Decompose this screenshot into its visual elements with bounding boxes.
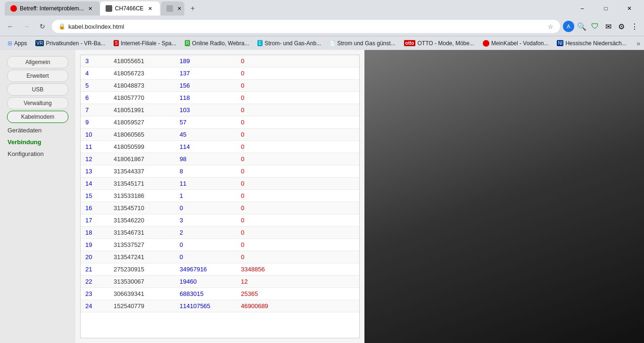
url-text: kabel.box/index.html xyxy=(68,23,545,30)
ext-icon-shield[interactable]: 🛡 xyxy=(589,21,601,32)
cell-col4: 0 xyxy=(236,165,359,178)
cell-col2: 418056723 xyxy=(109,67,175,80)
cell-col3: 114 xyxy=(175,141,236,153)
cell-col2: 306639341 xyxy=(109,288,175,300)
cell-col3: 98 xyxy=(175,153,236,165)
cell-col4: 3348856 xyxy=(236,263,359,276)
table-row: 2031354724100 xyxy=(81,251,359,263)
bookmark-radio[interactable]: R Online Radio, Webra... xyxy=(181,38,253,49)
tab-ch7466ce[interactable]: CH7466CE ✕ xyxy=(100,1,160,16)
cell-col2: 152540779 xyxy=(109,300,175,312)
bookmark-apps[interactable]: ⊞ Apps xyxy=(4,38,31,49)
cell-col3: 156 xyxy=(175,80,236,92)
cell-col4: 0 xyxy=(236,129,359,141)
bookmark-sparkasse[interactable]: S Internet-Filiale - Spa... xyxy=(110,38,180,49)
sidebar-button-allgemein[interactable]: Allgemein xyxy=(7,56,68,68)
bookmark-otto[interactable]: otto OTTO - Mode, Möbe... xyxy=(400,38,478,49)
maximize-button[interactable]: □ xyxy=(595,1,617,16)
cell-col1: 13 xyxy=(81,165,109,178)
content-area: Allgemein Erweitert USB Verwaltung Kabel… xyxy=(0,50,644,343)
bookmark-meinkabel[interactable]: MeinKabel - Vodafon... xyxy=(479,38,552,49)
bookmark-strom[interactable]: E Strom- und Gas-Anb... xyxy=(254,38,325,49)
cell-col1: 21 xyxy=(81,263,109,276)
data-table: 3418055651189044180567231370541804887315… xyxy=(81,55,359,312)
window-controls: – □ ✕ xyxy=(571,1,640,16)
table-row: 44180567231370 xyxy=(81,67,359,80)
tab3-close[interactable]: ✕ xyxy=(176,5,183,12)
table-row: 34180556511890 xyxy=(81,55,359,67)
tab-betreff[interactable]: Betreff: Internetproblem... ✕ xyxy=(5,1,100,16)
sidebar-button-kabelmodem[interactable]: Kabelmodem xyxy=(7,111,68,123)
bookmark-meinkabel-label: MeinKabel - Vodafon... xyxy=(491,40,548,47)
sidebar-button-verwaltung[interactable]: Verwaltung xyxy=(7,97,68,109)
cell-col2: 418059527 xyxy=(109,116,175,129)
forward-button[interactable]: → xyxy=(20,20,33,33)
bookmark-strom2[interactable]: 📄 Strom und Gas günst... xyxy=(326,38,399,49)
tab3-favicon xyxy=(166,5,173,12)
cell-col1: 7 xyxy=(81,104,109,116)
sidebar-link-konfiguration[interactable]: Konfiguration xyxy=(0,148,75,160)
main-content: 3418055651189044180567231370541804887315… xyxy=(75,50,364,343)
cell-col3: 8 xyxy=(175,165,236,178)
cell-col3: 57 xyxy=(175,116,236,129)
cell-col4: 0 xyxy=(236,104,359,116)
cell-col2: 418055651 xyxy=(109,55,175,67)
cell-col1: 6 xyxy=(81,92,109,104)
ext-icon-1[interactable]: 🔍 xyxy=(576,21,587,32)
table-row: 1331354433780 xyxy=(81,165,359,178)
bookmark-spa-label: Internet-Filiale - Spa... xyxy=(121,40,176,47)
title-bar: Betreff: Internetproblem... ✕ CH7466CE ✕… xyxy=(0,0,644,17)
url-bar[interactable]: 🔒 kabel.box/index.html ☆ xyxy=(52,20,560,33)
table-row: 1931353752700 xyxy=(81,239,359,251)
cell-col4: 0 xyxy=(236,251,359,263)
table-row: 1631354571000 xyxy=(81,202,359,214)
tab2-close[interactable]: ✕ xyxy=(147,5,154,12)
minimize-button[interactable]: – xyxy=(571,1,593,16)
cell-col3: 103 xyxy=(175,104,236,116)
cell-col2: 313547241 xyxy=(109,251,175,263)
profile-icon[interactable]: A xyxy=(563,21,574,32)
table-row: 14313545171110 xyxy=(81,178,359,190)
ext-icon-options[interactable]: ⚙ xyxy=(616,21,627,32)
tab2-favicon xyxy=(106,5,112,12)
tab-ghost[interactable]: ✕ xyxy=(161,1,184,16)
cell-col2: 313544337 xyxy=(109,165,175,178)
more-bookmarks-button[interactable]: » xyxy=(636,40,640,47)
sidebar-link-verbindung[interactable]: Verbindung xyxy=(0,136,75,148)
cell-col3: 189 xyxy=(175,55,236,67)
table-row: 223135300671946012 xyxy=(81,276,359,288)
extension-icons: A 🔍 🛡 ✉ ⚙ ⋮ xyxy=(563,21,640,32)
sidebar-link-geraetedaten[interactable]: Gerätedaten xyxy=(0,124,75,136)
reload-button[interactable]: ↻ xyxy=(36,20,49,33)
table-row: 74180519911030 xyxy=(81,104,359,116)
new-tab-button[interactable]: + xyxy=(186,2,199,15)
cell-col1: 5 xyxy=(81,80,109,92)
bookmark-vr[interactable]: VR Privatkunden - VR-Ba... xyxy=(32,38,109,49)
table-scroll-area[interactable]: 3418055651189044180567231370541804887315… xyxy=(81,55,359,338)
table-row: 21275230915349679163348856 xyxy=(81,263,359,276)
cell-col1: 16 xyxy=(81,202,109,214)
bookmark-hessen[interactable]: NI Hessische Niedersäch... xyxy=(553,38,630,49)
data-table-container: 3418055651189044180567231370541804887315… xyxy=(80,55,360,338)
cell-col3: 2 xyxy=(175,227,236,239)
more-options-button[interactable]: ⋮ xyxy=(629,21,640,32)
cell-col2: 313546220 xyxy=(109,214,175,227)
bookmark-apps-label: Apps xyxy=(14,40,27,47)
back-button[interactable]: ← xyxy=(4,20,17,33)
tab1-close[interactable]: ✕ xyxy=(87,5,94,12)
bookmark-star-icon[interactable]: ☆ xyxy=(548,23,553,30)
cell-col3: 11 xyxy=(175,178,236,190)
cell-col2: 418060565 xyxy=(109,129,175,141)
sidebar-button-erweitert[interactable]: Erweitert xyxy=(7,70,68,82)
right-background xyxy=(364,50,644,343)
cell-col4: 0 xyxy=(236,190,359,202)
cell-col3: 3 xyxy=(175,214,236,227)
cell-col2: 418048873 xyxy=(109,80,175,92)
sidebar-button-usb[interactable]: USB xyxy=(7,83,68,96)
cell-col2: 418051991 xyxy=(109,104,175,116)
cell-col3: 114107565 xyxy=(175,300,236,312)
ext-icon-mail[interactable]: ✉ xyxy=(603,21,614,32)
cell-col4: 0 xyxy=(236,141,359,153)
cell-col1: 10 xyxy=(81,129,109,141)
close-button[interactable]: ✕ xyxy=(619,1,640,16)
